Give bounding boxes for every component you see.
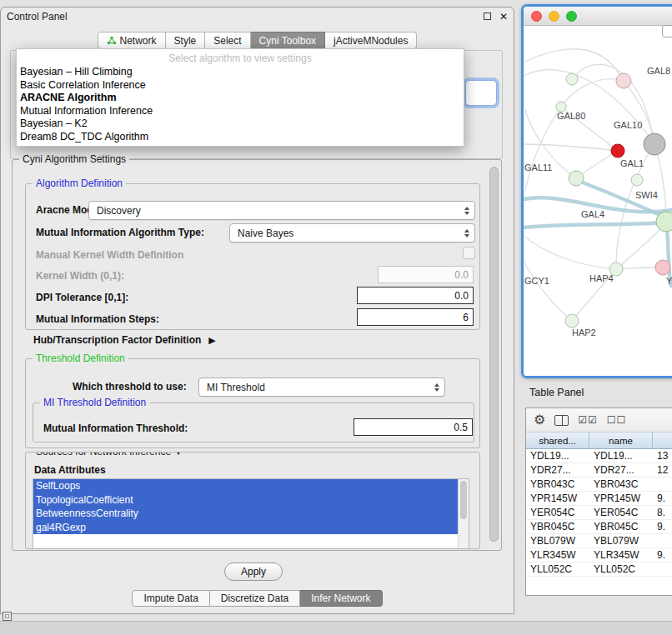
tab-style[interactable]: Style bbox=[166, 32, 206, 49]
table-row[interactable]: YBL079WYBL079W bbox=[526, 534, 672, 548]
table-row[interactable]: YLR345WYLR345W9. bbox=[526, 548, 672, 562]
attributes-scrollbar[interactable] bbox=[458, 479, 469, 549]
view-toolbar-fragment[interactable] bbox=[662, 25, 672, 38]
algorithm-option[interactable]: Mutual Information Inference bbox=[17, 105, 464, 118]
sources-group-title[interactable]: Sources for Network Inference▼ bbox=[33, 452, 186, 458]
column-header[interactable] bbox=[653, 432, 672, 448]
algorithm-option[interactable]: Basic Correlation Inference bbox=[17, 79, 464, 92]
float-window-icon[interactable] bbox=[484, 12, 491, 20]
mi-threshold-field[interactable] bbox=[354, 418, 473, 436]
bottom-tab-discretize-data[interactable]: Discretize Data bbox=[210, 590, 300, 607]
bottom-status-strip bbox=[0, 621, 672, 635]
attributes-scrollbar-thumb[interactable] bbox=[460, 481, 467, 519]
select-all-checkboxes-icon[interactable]: ☑☑ bbox=[578, 414, 598, 426]
table-row[interactable]: YPR145WYPR145W9. bbox=[526, 492, 672, 506]
manual-kernel-width-checkbox[interactable] bbox=[463, 247, 475, 259]
network-view-window[interactable]: GAL8GAL80GAL10GAL11GAL1SWI4GAL4GCY1HAP4H… bbox=[521, 4, 672, 378]
algorithm-option[interactable]: Bayesian – K2 bbox=[17, 118, 464, 131]
network-node[interactable] bbox=[656, 212, 672, 232]
which-threshold-label: Which threshold to use: bbox=[73, 381, 187, 392]
threshold-definition-group: Threshold Definition Which threshold to … bbox=[25, 358, 480, 448]
tab-jactivemnodules[interactable]: jActiveMNodules bbox=[325, 32, 417, 49]
network-node[interactable] bbox=[644, 133, 665, 155]
collapsed-panel-icon[interactable] bbox=[3, 612, 12, 621]
network-node[interactable] bbox=[566, 73, 578, 85]
table-row[interactable]: YDR27...YDR27...12 bbox=[526, 463, 672, 478]
column-header[interactable]: shared... bbox=[526, 432, 589, 448]
network-edge bbox=[524, 70, 654, 144]
table-cell: 8. bbox=[653, 507, 672, 518]
gear-icon[interactable]: ⚙ bbox=[534, 413, 545, 427]
close-icon[interactable]: ✕ bbox=[499, 12, 508, 22]
table-cell: YER054C bbox=[526, 507, 589, 518]
table-row[interactable]: YDL19...YDL19...13 bbox=[526, 449, 672, 463]
mi-steps-field[interactable] bbox=[357, 308, 474, 326]
node-label: HAP2 bbox=[572, 328, 596, 338]
bottom-tab-impute-data[interactable]: Impute Data bbox=[132, 590, 209, 607]
network-window-titlebar[interactable] bbox=[524, 7, 672, 26]
tab-label: Select bbox=[213, 35, 241, 47]
network-edge bbox=[524, 144, 611, 150]
settings-scrollbar[interactable] bbox=[489, 167, 499, 542]
network-canvas[interactable]: GAL8GAL80GAL10GAL11GAL1SWI4GAL4GCY1HAP4H… bbox=[524, 26, 672, 376]
dpi-tolerance-label: DPI Tolerance [0,1]: bbox=[36, 292, 128, 303]
data-attributes-list[interactable]: SelfLoopsTopologicalCoefficientBetweenne… bbox=[33, 478, 469, 549]
node-label: Y bbox=[666, 276, 672, 286]
table-row[interactable]: YLL052CYLL052C bbox=[526, 562, 672, 577]
table-cell: YLR345W bbox=[589, 549, 653, 561]
apply-button[interactable]: Apply bbox=[224, 562, 283, 581]
aracne-mode-select[interactable]: Discovery bbox=[88, 201, 475, 220]
table-cell: YBL079W bbox=[589, 535, 653, 547]
zoom-button[interactable] bbox=[566, 11, 577, 22]
expand-right-icon[interactable]: ▶ bbox=[208, 335, 215, 346]
tab-cyni-toolbox[interactable]: Cyni Toolbox bbox=[251, 32, 325, 49]
mi-algorithm-type-value: Naive Bayes bbox=[238, 228, 293, 239]
attribute-item[interactable]: TopologicalCoefficient bbox=[33, 493, 458, 508]
mi-algorithm-type-select[interactable]: Naive Bayes bbox=[229, 223, 475, 242]
mi-threshold-definition-title: MI Threshold Definition bbox=[40, 397, 149, 409]
deselect-all-checkboxes-icon[interactable]: ☐☐ bbox=[607, 414, 627, 426]
tab-label: jActiveMNodules bbox=[333, 35, 408, 47]
tab-network[interactable]: Network bbox=[98, 32, 166, 49]
minimize-button[interactable] bbox=[549, 11, 559, 22]
dpi-tolerance-field[interactable] bbox=[357, 287, 474, 304]
attribute-item[interactable]: gal4RGexp bbox=[33, 521, 458, 535]
network-node[interactable] bbox=[565, 314, 579, 328]
algorithm-option[interactable]: Dream8 DC_TDC Algorithm bbox=[17, 131, 464, 144]
table-cell: YBR045C bbox=[526, 521, 589, 532]
close-button[interactable] bbox=[531, 11, 542, 22]
table-row[interactable]: YBR043CYBR043C bbox=[526, 478, 672, 492]
table-row[interactable]: YER054CYER054C8. bbox=[526, 506, 672, 520]
columns-icon[interactable] bbox=[554, 415, 569, 426]
table-row[interactable]: YBR045CYBR045C9. bbox=[526, 520, 672, 534]
tab-select[interactable]: Select bbox=[205, 32, 250, 49]
table-panel-title: Table Panel bbox=[529, 387, 584, 398]
threshold-definition-title: Threshold Definition bbox=[33, 352, 128, 365]
algorithm-option[interactable]: Bayesian – Hill Climbing bbox=[17, 66, 464, 79]
tab-label: Style bbox=[174, 35, 197, 47]
network-canvas-svg: GAL8GAL80GAL10GAL11GAL1SWI4GAL4GCY1HAP4H… bbox=[524, 26, 672, 376]
column-header[interactable]: name bbox=[589, 432, 653, 448]
attribute-item[interactable]: BetweennessCentrality bbox=[33, 507, 458, 521]
network-node[interactable] bbox=[611, 144, 624, 158]
algorithm-option[interactable]: ARACNE Algorithm bbox=[17, 92, 464, 105]
attribute-item[interactable]: SelfLoops bbox=[33, 479, 458, 493]
network-edge bbox=[525, 107, 561, 191]
focused-control-fragment[interactable] bbox=[465, 80, 497, 106]
kernel-width-label: Kernel Width (0,1): bbox=[36, 270, 124, 282]
kernel-width-field[interactable] bbox=[378, 266, 474, 283]
algorithm-dropdown-popup: Select algorithm to view settings Bayesi… bbox=[16, 48, 464, 147]
collapse-down-icon[interactable]: ▼ bbox=[174, 452, 183, 457]
network-node[interactable] bbox=[616, 73, 631, 88]
network-node[interactable] bbox=[569, 171, 584, 186]
tab-bar: NetworkStyleSelectCyni ToolboxjActiveMNo… bbox=[1, 32, 514, 49]
which-threshold-select[interactable]: MI Threshold bbox=[198, 378, 445, 397]
network-node[interactable] bbox=[631, 174, 643, 186]
stepper-arrows-icon bbox=[434, 383, 439, 392]
network-node[interactable] bbox=[655, 260, 670, 275]
table-body: YDL19...YDL19...13YDR27...YDR27...12YBR0… bbox=[526, 449, 672, 577]
tab-label: Cyni Toolbox bbox=[259, 35, 316, 47]
table-cell: YLL052C bbox=[526, 563, 589, 575]
hub-transcription-factor-section[interactable]: Hub/Transcription Factor Definition ▶ bbox=[33, 334, 216, 346]
bottom-tab-infer-network[interactable]: Infer Network bbox=[300, 590, 382, 607]
